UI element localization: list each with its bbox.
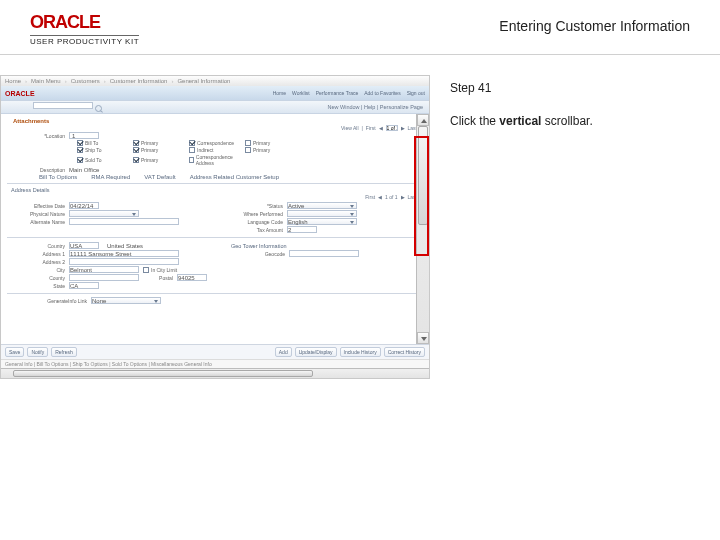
role-checkbox	[245, 154, 291, 166]
addr1-field[interactable]: 11111 Sansome Street	[69, 250, 179, 257]
checkbox-label: Primary	[253, 140, 270, 146]
altname-field[interactable]	[69, 218, 179, 225]
pager-index[interactable]	[386, 125, 398, 131]
status-bar: General Info | Bill To Options | Ship To…	[1, 359, 429, 368]
search-input[interactable]	[33, 102, 93, 109]
checkbox-label: Correspondence Address	[196, 154, 235, 166]
scroll-thumb[interactable]	[418, 126, 428, 225]
pager-next-icon[interactable]: ▶	[401, 125, 405, 131]
page-header: ORACLE USER PRODUCTIVITY KIT Entering Cu…	[0, 0, 720, 55]
geocode-field[interactable]	[289, 250, 359, 257]
scroll-track[interactable]	[417, 126, 429, 332]
county-field[interactable]	[69, 274, 139, 281]
include-history-button[interactable]: Include History	[340, 347, 381, 357]
checkbox[interactable]	[77, 157, 83, 163]
role-checkbox-grid: Bill ToPrimaryCorrespondencePrimaryShip …	[77, 140, 423, 166]
pager-next-icon[interactable]: ▶	[401, 194, 405, 200]
step-instruction: Click the vertical scrollbar.	[450, 113, 690, 130]
save-button[interactable]: Save	[5, 347, 24, 357]
physnature-select[interactable]	[69, 210, 139, 217]
description-value: Main Office	[69, 167, 99, 173]
incity-checkbox[interactable]	[143, 267, 149, 273]
step-text-pre: Click the	[450, 114, 499, 128]
lang-label: Language Code	[225, 219, 283, 225]
addr1-label: Address 1	[7, 251, 65, 257]
gis-select[interactable]: None	[91, 297, 161, 304]
breadcrumb-item[interactable]: Main Menu	[31, 78, 61, 84]
checkbox-label: Primary	[141, 147, 158, 153]
checkbox-label: Primary	[141, 157, 158, 163]
checkbox[interactable]	[189, 147, 195, 153]
postal-field[interactable]: 94025	[177, 274, 207, 281]
app-screenshot: Home› Main Menu› Customers› Customer Inf…	[0, 75, 430, 379]
link[interactable]: RMA Required	[91, 174, 130, 180]
horizontal-scrollbar[interactable]	[1, 368, 429, 378]
whereperf-select[interactable]	[287, 210, 357, 217]
role-checkbox: Ship To	[77, 147, 123, 153]
state-label: State	[7, 283, 65, 289]
app-brand-bar: ORACLE Home Worklist Performance Trace A…	[1, 86, 429, 100]
country-label: Country	[7, 243, 65, 249]
header-link[interactable]: Sign out	[407, 90, 425, 96]
header-link[interactable]: Home	[273, 90, 286, 96]
country-field[interactable]: USA	[69, 242, 99, 249]
tax-field[interactable]: 2	[287, 226, 317, 233]
status-label: *Status	[225, 203, 283, 209]
checkbox[interactable]	[133, 157, 139, 163]
checkbox-label: Sold To	[85, 157, 102, 163]
checkbox[interactable]	[245, 140, 251, 146]
attachments-label: Attachments	[7, 116, 423, 124]
incity-label: In City Limit	[151, 267, 177, 273]
city-field[interactable]: Belmont	[69, 266, 139, 273]
description-label: Description	[7, 167, 65, 173]
pager-range: 1 of 1	[385, 194, 398, 200]
link[interactable]: Address Related Customer Setup	[190, 174, 279, 180]
subheader-links[interactable]: New Window | Help | Personalize Page	[328, 104, 424, 110]
correct-history-button[interactable]: Correct History	[384, 347, 425, 357]
notify-button[interactable]: Notify	[27, 347, 48, 357]
checkbox[interactable]	[189, 157, 194, 163]
scroll-down-button[interactable]	[417, 332, 429, 344]
tax-label: Tax Amount	[225, 227, 283, 233]
gis-label: GenerateInfo Link	[7, 298, 87, 304]
link[interactable]: Bill To Options	[39, 174, 77, 180]
checkbox-label: Indirect	[197, 147, 213, 153]
breadcrumb-item[interactable]: General Information	[177, 78, 230, 84]
scroll-up-button[interactable]	[417, 114, 429, 126]
breadcrumb-item[interactable]: Customers	[71, 78, 100, 84]
add-button[interactable]: Add	[275, 347, 292, 357]
update-display-button[interactable]: Update/Display	[295, 347, 337, 357]
checkbox[interactable]	[245, 147, 251, 153]
refresh-button[interactable]: Refresh	[51, 347, 77, 357]
header-link[interactable]: Worklist	[292, 90, 310, 96]
header-link[interactable]: Performance Trace	[316, 90, 359, 96]
header-link[interactable]: Add to Favorites	[364, 90, 400, 96]
checkbox[interactable]	[133, 147, 139, 153]
role-checkbox: Indirect	[189, 147, 235, 153]
pager-prev-icon[interactable]: ◀	[379, 125, 383, 131]
status-select[interactable]: Active	[287, 202, 357, 209]
checkbox[interactable]	[77, 147, 83, 153]
pager-prev-icon[interactable]: ◀	[378, 194, 382, 200]
breadcrumb-item[interactable]: Customer Information	[110, 78, 168, 84]
addr2-field[interactable]	[69, 258, 179, 265]
geo-section-title: Geo Tower Information	[231, 243, 423, 249]
breadcrumb-item[interactable]: Home	[5, 78, 21, 84]
role-checkbox: Primary	[133, 154, 179, 166]
search-icon[interactable]	[95, 105, 102, 112]
pager-first[interactable]: First	[366, 125, 376, 131]
lang-select[interactable]: English	[287, 218, 357, 225]
checkbox[interactable]	[189, 140, 195, 146]
view-all-link[interactable]: View All	[341, 125, 358, 131]
role-checkbox: Correspondence Address	[189, 154, 235, 166]
role-checkbox: Correspondence	[189, 140, 235, 146]
action-toolbar: Save Notify Refresh Add Update/Display I…	[1, 344, 429, 359]
location-label: *Location	[7, 133, 65, 139]
state-field[interactable]: CA	[69, 282, 99, 289]
effdate-field[interactable]: 04/22/14	[69, 202, 99, 209]
pager-first[interactable]: First	[365, 194, 375, 200]
h-scroll-thumb[interactable]	[13, 370, 313, 377]
vertical-scrollbar[interactable]	[416, 114, 429, 344]
link[interactable]: VAT Default	[144, 174, 175, 180]
location-field[interactable]: 1	[69, 132, 99, 139]
